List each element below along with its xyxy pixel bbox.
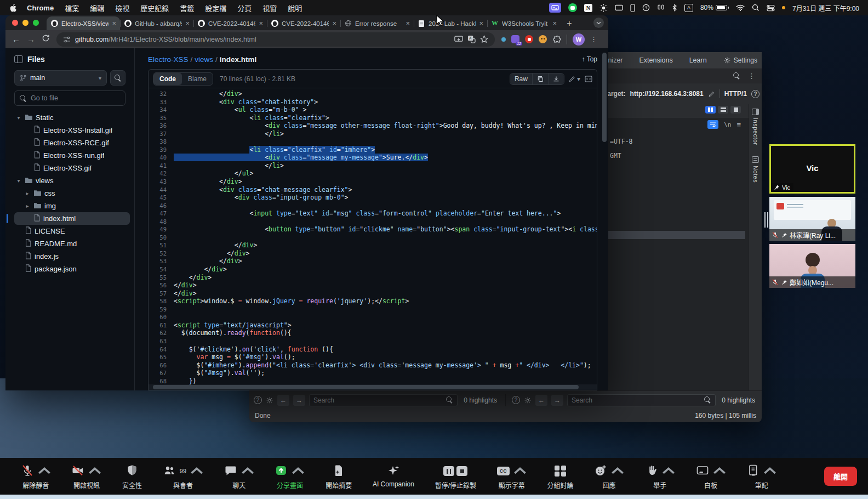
tree-item-package.json[interactable]: package.json — [14, 263, 130, 275]
zoom-toolbar-participants[interactable]: 99與會者 — [163, 464, 203, 490]
line-number[interactable]: 39 — [149, 146, 174, 154]
menubar-clock[interactable]: 7月31日 週三 下午9:00 — [792, 3, 859, 13]
burp-nav-learn[interactable]: Learn — [689, 56, 707, 64]
line-number[interactable]: 64 — [149, 345, 174, 354]
profile-avatar[interactable]: W — [573, 33, 585, 46]
bluetooth-status-icon[interactable] — [672, 3, 677, 13]
vertical-scrollbar[interactable] — [602, 53, 607, 142]
reload-button[interactable] — [42, 34, 50, 44]
menubar-menu[interactable]: 視窗 — [262, 4, 277, 13]
search-icon[interactable] — [733, 72, 740, 80]
leave-meeting-button[interactable]: 離開 — [824, 467, 857, 486]
line-number[interactable]: 45 — [149, 194, 174, 202]
chevron-up-icon[interactable] — [292, 464, 305, 479]
menubar-menu[interactable]: 檢視 — [115, 4, 129, 13]
line-number[interactable]: 65 — [149, 353, 174, 361]
line-number[interactable]: 62 — [149, 329, 174, 337]
tab-close-icon[interactable]: × — [112, 20, 116, 27]
line-number[interactable]: 63 — [149, 337, 174, 345]
participant-video-tile[interactable]: 林家瑋(Ray Li... — [769, 197, 855, 241]
menubar-menu[interactable]: 檔案 — [65, 4, 79, 13]
line-number[interactable]: 51 — [149, 241, 174, 250]
line-number[interactable]: 41 — [149, 162, 174, 170]
branch-selector[interactable]: main ▾ — [14, 70, 107, 86]
menubar-menu[interactable]: 歷史記錄 — [140, 4, 169, 13]
burp-nav-extensions[interactable]: Extensions — [639, 56, 673, 64]
line-number[interactable]: 42 — [149, 169, 174, 178]
iphone-status-icon[interactable] — [630, 3, 635, 13]
tree-item-img[interactable]: ▸img — [14, 200, 130, 212]
tree-item-electro-xss.gif[interactable]: Electro-XSS.gif — [14, 162, 130, 174]
line-number[interactable]: 61 — [149, 321, 174, 330]
edit-file-button[interactable]: ▾ — [569, 75, 580, 83]
word-wrap-button[interactable] — [707, 120, 718, 129]
chevron-up-icon[interactable] — [190, 464, 203, 479]
layout-rows-button[interactable] — [718, 106, 728, 114]
browser-tab[interactable]: Error response× — [340, 16, 414, 30]
prev-match-button[interactable]: ← — [535, 395, 547, 406]
tree-item-css[interactable]: ▸css — [14, 187, 130, 200]
browser-tab[interactable]: WW3Schools Tryit Edi× — [487, 16, 561, 30]
line-number[interactable]: 59 — [149, 305, 174, 314]
tree-item-readme.md[interactable]: README.md — [14, 237, 130, 250]
tab-close-icon[interactable]: × — [259, 20, 263, 27]
browser-tab[interactable]: CVE-2022-40146/S× — [193, 16, 267, 30]
notion-app-icon[interactable]: N — [584, 4, 592, 12]
zoom-toolbar-record[interactable]: 暫停/停止錄製 — [435, 464, 476, 490]
active-speaker-tile[interactable]: Vic Vic — [769, 144, 855, 194]
chevron-up-icon[interactable] — [713, 464, 726, 479]
translate-icon[interactable]: A — [467, 35, 476, 43]
menubar-menu[interactable]: 說明 — [288, 4, 302, 13]
line-app-icon[interactable] — [568, 3, 577, 12]
chevron-up-icon[interactable] — [662, 464, 675, 479]
zoom-toolbar-captions[interactable]: CC顯示字幕 — [497, 464, 527, 490]
breadcrumb-dir-link[interactable]: views — [195, 55, 213, 64]
symbols-pane-button[interactable] — [585, 76, 592, 82]
zoom-toolbar-ai-companion[interactable]: AI Companion — [373, 464, 414, 488]
back-to-top-link[interactable]: ↑ Top — [582, 55, 597, 63]
apple-menu-icon[interactable] — [9, 3, 17, 13]
line-number[interactable]: 37 — [149, 130, 174, 138]
line-number[interactable]: 60 — [149, 313, 174, 321]
extensions-puzzle-icon[interactable] — [552, 35, 561, 44]
line-number[interactable]: 52 — [149, 250, 174, 258]
battery-indicator[interactable]: 80% — [700, 4, 729, 12]
inspector-tab[interactable]: Inspector — [752, 109, 759, 145]
control-center-icon[interactable] — [767, 3, 775, 13]
search-settings-gear-icon[interactable] — [524, 396, 532, 404]
chevron-up-icon[interactable] — [611, 464, 624, 479]
zoom-toolbar-share-screen[interactable]: 分享畫面 — [275, 464, 305, 490]
burp-settings-button[interactable]: Settings — [723, 56, 757, 64]
line-number[interactable]: 57 — [149, 290, 174, 298]
line-number[interactable]: 66 — [149, 361, 174, 370]
line-number[interactable]: 53 — [149, 257, 174, 265]
line-number[interactable]: 34 — [149, 106, 174, 114]
breadcrumb-repo-link[interactable]: Electro-XSS — [148, 55, 189, 64]
line-number[interactable]: 38 — [149, 138, 174, 146]
chevron-up-icon[interactable] — [763, 464, 776, 479]
spotlight-search-icon[interactable] — [752, 3, 760, 13]
close-window-button[interactable] — [12, 20, 18, 26]
line-number[interactable]: 43 — [149, 178, 174, 186]
help-icon[interactable]: ? — [254, 396, 262, 404]
browser-tab[interactable]: CVE-2022-40146_E× — [267, 16, 340, 30]
tab-close-icon[interactable]: × — [406, 20, 410, 27]
line-number[interactable]: 47 — [149, 209, 174, 218]
forward-button[interactable]: → — [27, 35, 35, 44]
line-number[interactable]: 67 — [149, 369, 174, 377]
chrome-menu-icon[interactable]: ⋮ — [590, 35, 597, 43]
copy-button[interactable] — [532, 73, 548, 84]
extension-icon-2[interactable]: 12 — [511, 35, 519, 43]
line-number[interactable]: 58 — [149, 297, 174, 305]
tree-item-views[interactable]: ▾views — [14, 174, 130, 187]
http-version-info-icon[interactable]: ? — [751, 90, 760, 98]
browser-tab[interactable]: Electro-XSS/views/i× — [47, 16, 120, 30]
zoom-toolbar-reactions[interactable]: 回應 — [594, 464, 624, 490]
extension-icon-3[interactable] — [525, 35, 533, 43]
chevron-up-icon[interactable] — [88, 464, 101, 479]
tab-close-icon[interactable]: × — [185, 20, 190, 27]
go-to-file-input[interactable]: Go to file — [14, 90, 125, 106]
tree-item-license[interactable]: LICENSE — [14, 225, 130, 237]
line-number[interactable]: 33 — [149, 98, 174, 106]
horizontal-scrollbar[interactable] — [149, 384, 597, 390]
